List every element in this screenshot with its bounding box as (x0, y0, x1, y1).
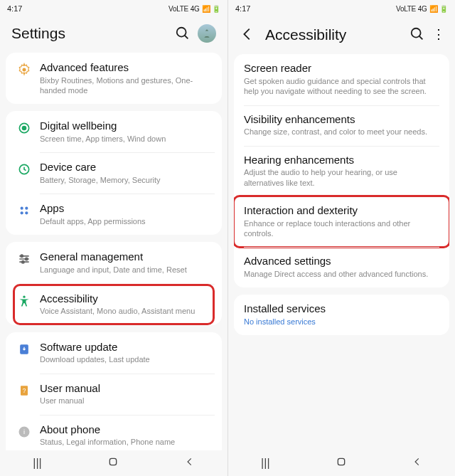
row-title: Digital wellbeing (40, 120, 215, 133)
manual-icon: ? (13, 382, 36, 398)
nav-home[interactable] (336, 456, 347, 470)
svg-line-24 (419, 36, 423, 40)
settings-row-device-care[interactable]: Device careBattery, Storage, Memory, Sec… (6, 152, 222, 194)
svg-point-7 (25, 207, 28, 210)
row-title: About phone (40, 423, 215, 437)
accessibility-screen: 4:17 VoLTE4G📶🔋 Accessibility ⋮ Screen re… (228, 0, 455, 476)
svg-point-8 (21, 212, 23, 215)
row-subtitle: Get spoken audio guidance and special co… (244, 76, 439, 97)
row-subtitle: Enhance or replace touch interactions an… (244, 218, 439, 239)
row-title: Hearing enhancements (244, 154, 439, 167)
a11y-row-installed-services[interactable]: Installed servicesNo installed services (234, 295, 449, 335)
settings-row-accessibility[interactable]: AccessibilityVoice Assistant, Mono audio… (6, 284, 222, 325)
a11y-row-advanced-settings[interactable]: Advanced settingsManage Direct access an… (234, 247, 449, 287)
sliders-icon (13, 250, 36, 266)
status-time: 4:17 (235, 4, 250, 13)
svg-point-15 (22, 261, 24, 263)
status-indicators: VoLTE4G📶🔋 (396, 5, 448, 13)
row-subtitle: Download updates, Last update (40, 354, 215, 364)
row-title: Device care (40, 161, 215, 174)
svg-text:i: i (23, 428, 25, 435)
back-icon[interactable] (240, 26, 255, 42)
settings-row-about-phone[interactable]: iAbout phoneStatus, Legal information, P… (6, 415, 222, 450)
nav-back[interactable] (185, 457, 195, 470)
settings-row-apps[interactable]: AppsDefault apps, App permissions (6, 194, 222, 235)
svg-point-4 (23, 127, 26, 130)
care-icon (13, 161, 36, 176)
settings-list[interactable]: Advanced featuresBixby Routines, Motions… (0, 53, 228, 450)
row-title: Advanced features (40, 61, 215, 75)
svg-point-23 (412, 28, 421, 38)
status-indicators: VoLTE4G📶🔋 (168, 5, 220, 13)
row-subtitle: Screen time, App timers, Wind down (40, 134, 215, 144)
settings-row-general-management[interactable]: General managementLanguage and input, Da… (6, 242, 222, 283)
nav-recent[interactable]: ||| (261, 457, 269, 470)
status-time: 4:17 (7, 4, 22, 13)
accessibility-header: Accessibility ⋮ (228, 17, 455, 54)
svg-point-6 (21, 207, 23, 210)
nav-back[interactable] (412, 457, 422, 470)
a11y-row-interaction-and-dexterity[interactable]: Interaction and dexterityEnhance or repl… (234, 196, 449, 247)
row-subtitle: Battery, Storage, Memory, Security (40, 175, 215, 185)
row-subtitle: User manual (40, 396, 215, 406)
row-title: Software update (40, 341, 215, 354)
svg-line-1 (185, 36, 188, 39)
nav-bar: ||| (0, 450, 228, 476)
settings-screen: 4:17 VoLTE4G📶🔋 Settings Advanced feature… (0, 0, 228, 476)
svg-point-2 (23, 68, 26, 72)
settings-row-advanced-features[interactable]: Advanced featuresBixby Routines, Motions… (6, 53, 222, 104)
update-icon (13, 341, 36, 356)
page-title: Settings (11, 25, 175, 42)
svg-point-0 (177, 28, 186, 37)
settings-row-digital-wellbeing[interactable]: Digital wellbeingScreen time, App timers… (6, 111, 222, 152)
row-title: Accessibility (40, 292, 215, 306)
nav-home[interactable] (107, 456, 119, 470)
row-title: Apps (40, 202, 215, 216)
svg-point-9 (25, 212, 28, 215)
svg-rect-25 (338, 458, 344, 465)
a11y-row-hearing-enhancements[interactable]: Hearing enhancementsAdjust the audio to … (234, 146, 449, 196)
profile-avatar[interactable] (198, 24, 216, 43)
a11y-icon (13, 292, 36, 308)
settings-row-user-manual[interactable]: ?User manualUser manual (6, 374, 222, 415)
row-title: Advanced settings (244, 255, 439, 268)
row-subtitle: Change size, contrast, and color to meet… (244, 127, 439, 137)
settings-header: Settings (0, 17, 228, 53)
nav-bar: ||| (228, 450, 455, 476)
svg-point-16 (23, 295, 25, 297)
accessibility-list[interactable]: Screen readerGet spoken audio guidance a… (228, 54, 455, 450)
a11y-row-visibility-enhancements[interactable]: Visibility enhancementsChange size, cont… (234, 105, 449, 146)
svg-point-14 (26, 258, 28, 260)
info-icon: i (13, 423, 36, 439)
row-subtitle: Status, Legal information, Phone name (40, 437, 215, 447)
row-title: General management (40, 250, 215, 264)
nav-recent[interactable]: ||| (33, 457, 41, 470)
row-subtitle: Default apps, App permissions (40, 216, 215, 226)
row-subtitle: Adjust the audio to help your hearing, o… (244, 167, 439, 188)
status-bar: 4:17 VoLTE4G📶🔋 (228, 0, 455, 17)
row-subtitle[interactable]: No installed services (244, 317, 439, 327)
page-title: Accessibility (265, 25, 410, 44)
search-icon[interactable] (410, 26, 425, 42)
wellbeing-icon (13, 120, 36, 135)
a11y-row-screen-reader[interactable]: Screen readerGet spoken audio guidance a… (234, 54, 449, 105)
svg-point-13 (21, 255, 23, 258)
row-subtitle: Voice Assistant, Mono audio, Assistant m… (40, 306, 215, 316)
search-icon[interactable] (175, 26, 191, 41)
row-subtitle: Manage Direct access and other advanced … (244, 269, 439, 279)
row-title: Screen reader (244, 62, 439, 75)
settings-row-software-update[interactable]: Software updateDownload updates, Last up… (6, 332, 222, 374)
apps-icon (13, 202, 36, 218)
row-title: Installed services (244, 302, 439, 316)
gear-icon (13, 61, 36, 77)
svg-rect-22 (110, 458, 117, 465)
row-subtitle: Language and input, Date and time, Reset (40, 265, 215, 275)
more-icon[interactable]: ⋮ (432, 28, 444, 41)
row-title: Visibility enhancements (244, 113, 439, 127)
status-bar: 4:17 VoLTE4G📶🔋 (0, 0, 228, 17)
svg-text:?: ? (23, 386, 26, 393)
row-subtitle: Bixby Routines, Motions and gestures, On… (40, 75, 215, 96)
row-title: User manual (40, 382, 215, 396)
row-title: Interaction and dexterity (244, 204, 439, 218)
